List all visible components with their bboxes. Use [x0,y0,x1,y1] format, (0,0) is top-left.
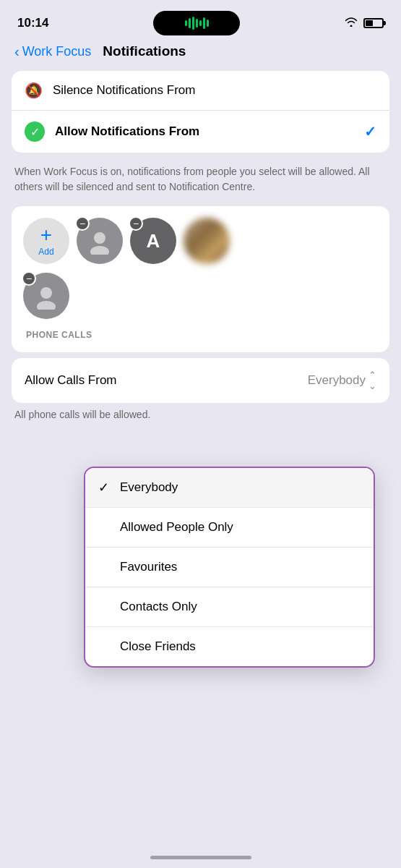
status-right [345,17,384,30]
silence-row[interactable]: 🔕 Silence Notifications From [12,71,389,111]
dynamic-island [153,11,240,35]
back-label: Work Focus [22,44,92,59]
back-button[interactable]: ‹ Work Focus [14,44,91,59]
calls-label: Allow Calls From [25,373,117,388]
phone-calls-section-label-wrapper: PHONE CALLS [23,328,378,341]
svg-point-0 [94,232,105,244]
calls-value: Everybody ⌃⌄ [308,370,376,391]
dropdown-close-friends[interactable]: ✓ Close Friends [85,627,374,666]
silence-label: Silence Notifications From [53,83,376,98]
main-content: 🔕 Silence Notifications From ✓ Allow Not… [0,71,401,429]
svg-point-3 [37,301,56,310]
remove-badge-2[interactable]: − [129,216,143,231]
notifications-card: 🔕 Silence Notifications From ✓ Allow Not… [12,71,389,153]
allow-label: Allow Notifications From [55,124,354,139]
calls-row[interactable]: Allow Calls From Everybody ⌃⌄ [12,358,389,403]
remove-badge-4[interactable]: − [22,271,36,286]
calls-card: Allow Calls From Everybody ⌃⌄ [12,358,389,403]
dropdown-allowed-people[interactable]: ✓ Allowed People Only [85,508,374,548]
dropdown-contacts-label: Contacts Only [120,600,197,614]
dropdown-friends-label: Close Friends [120,639,196,654]
check-everybody: ✓ [98,480,116,495]
avatar-3 [184,218,230,264]
wifi-icon [345,17,358,30]
phone-calls-label: PHONE CALLS [23,327,95,343]
people-section: + Add − − A [12,206,389,352]
svg-point-2 [40,287,52,299]
allow-row[interactable]: ✓ Allow Notifications From ✓ [12,111,389,153]
person-avatar-1: − [77,218,123,264]
people-row: + Add − − A [23,218,378,264]
person-avatar-2: − A [130,218,176,264]
svg-point-1 [90,246,109,255]
dropdown-everybody-label: Everybody [120,480,178,495]
silence-icon: 🔕 [25,82,43,99]
back-chevron-icon: ‹ [14,44,20,59]
battery-icon [363,18,384,28]
home-indicator [150,856,251,859]
page-title: Notifications [103,43,186,59]
nav-bar: ‹ Work Focus Notifications [0,36,401,71]
add-person-button[interactable]: + Add [23,218,69,264]
dropdown-everybody[interactable]: ✓ Everybody [85,468,374,508]
plus-icon: + [40,225,52,245]
add-label: Add [38,247,53,257]
calls-chevron-icon: ⌃⌄ [368,370,376,391]
status-bar: 10:14 [0,0,401,36]
remove-badge-1[interactable]: − [75,216,90,231]
person-avatar-row-2: − [23,273,378,319]
dropdown-allowed-label: Allowed People Only [120,520,233,535]
dropdown-favourites[interactable]: ✓ Favourites [85,548,374,587]
dropdown-favourites-label: Favourites [120,560,177,574]
green-badge-icon: ✓ [25,122,45,142]
dropdown-contacts-only[interactable]: ✓ Contacts Only [85,587,374,627]
status-time: 10:14 [17,16,48,30]
dropdown-menu: ✓ Everybody ✓ Allowed People Only ✓ Favo… [84,467,375,668]
audio-waves-icon [185,17,209,30]
person-avatar-4: − [23,273,69,319]
calls-value-text: Everybody [308,373,366,388]
person-avatar-3 [184,218,230,264]
calls-description: All phone calls will be allowed. [12,409,389,429]
description-text: When Work Focus is on, notifications fro… [12,158,389,206]
checkmark-icon: ✓ [364,123,376,140]
